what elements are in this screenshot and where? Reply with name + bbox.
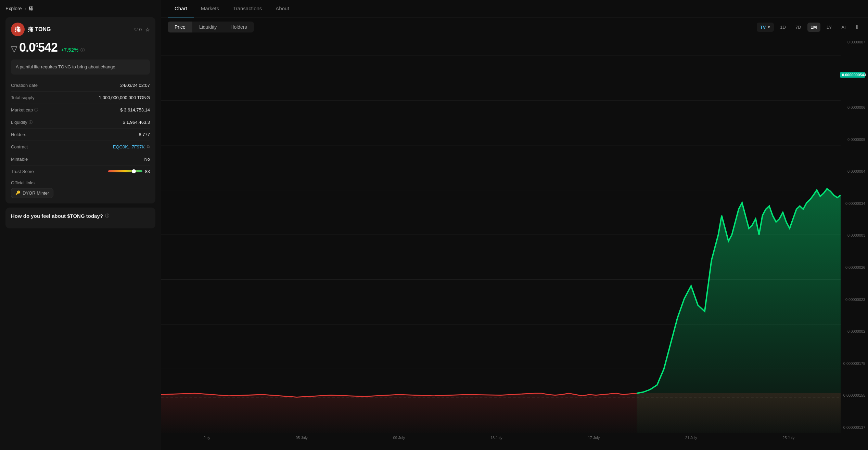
time-all[interactable]: All bbox=[838, 23, 850, 32]
x-label-july: July bbox=[204, 436, 210, 440]
token-stats: Creation date 24/03/24 02:07 Total suppl… bbox=[11, 79, 150, 177]
y-label-6: 0.0000006 bbox=[840, 105, 865, 109]
dyor-minter-label: DYOR Minter bbox=[23, 190, 49, 196]
total-supply-value: 1,000,000,000,000 TONG bbox=[99, 95, 150, 100]
right-panel: Chart Markets Transactions About Price L… bbox=[161, 0, 868, 450]
market-cap-label: Market cap ⓘ bbox=[11, 107, 38, 112]
trust-score-row: Trust Score 83 bbox=[11, 166, 150, 177]
y-label-34: 0.00000034 bbox=[840, 201, 865, 206]
market-cap-row: Market cap ⓘ $ 3,614,753.14 bbox=[11, 104, 150, 116]
official-links-title: Official links bbox=[11, 180, 150, 185]
price-row: ▽ 0.06542 +7.52% ⓘ bbox=[11, 40, 150, 55]
time-7d[interactable]: 7D bbox=[792, 23, 805, 32]
x-label-09july: 09 July bbox=[393, 436, 405, 440]
chart-type-buttons: Price Liquidity Holders bbox=[168, 22, 254, 32]
y-label-155: 0.000000155 bbox=[840, 393, 865, 397]
liquidity-row: Liquidity ⓘ $ 1,964,463.3 bbox=[11, 116, 150, 129]
chart-type-price[interactable]: Price bbox=[168, 22, 192, 32]
favorites-count: 0 bbox=[139, 27, 142, 32]
creation-date-row: Creation date 24/03/24 02:07 bbox=[11, 79, 150, 92]
chart-controls: Price Liquidity Holders TV ▼ 1D 7D 1M 1Y… bbox=[161, 17, 868, 37]
total-supply-label: Total supply bbox=[11, 95, 35, 100]
y-axis: 0.0000007 0.0000000543 0.0000006 0.00000… bbox=[837, 37, 868, 433]
time-1y[interactable]: 1Y bbox=[823, 23, 835, 32]
holders-label: Holders bbox=[11, 132, 26, 137]
official-links-section: Official links 🔑 DYOR Minter bbox=[11, 180, 150, 198]
token-name: 痛 TONG bbox=[28, 26, 51, 33]
mintable-value: No bbox=[144, 157, 150, 162]
token-actions: ♡ 0 ☆ bbox=[134, 26, 150, 33]
price-chart bbox=[161, 37, 841, 433]
trust-bar-thumb bbox=[132, 169, 136, 173]
trust-score-label: Trust Score bbox=[11, 169, 34, 174]
price-digits: 542 bbox=[38, 40, 58, 54]
creation-date-value: 24/03/24 02:07 bbox=[120, 83, 150, 88]
creation-date-label: Creation date bbox=[11, 83, 38, 88]
y-label-4: 0.0000004 bbox=[840, 169, 865, 173]
download-button[interactable]: ⬇ bbox=[853, 22, 861, 32]
token-description: A painful life requires TONG to bring ab… bbox=[11, 59, 150, 75]
y-label-2: 0.0000002 bbox=[840, 329, 865, 333]
tradingview-button[interactable]: TV ▼ bbox=[757, 23, 774, 32]
star-button[interactable]: ☆ bbox=[145, 26, 150, 33]
breadcrumb: Explore › 痛 bbox=[5, 5, 155, 12]
trust-score-bar: 83 bbox=[34, 169, 150, 174]
x-axis: July 05 July 09 July 13 July 17 July 21 … bbox=[161, 433, 837, 450]
market-cap-info-icon[interactable]: ⓘ bbox=[34, 107, 38, 112]
price-main: 0.06542 bbox=[19, 40, 58, 55]
breadcrumb-current: 痛 bbox=[29, 5, 34, 12]
left-panel: Explore › 痛 痛 痛 TONG ♡ 0 ☆ ▽ bbox=[0, 0, 161, 450]
sentiment-info-icon[interactable]: ⓘ bbox=[105, 213, 109, 219]
x-label-05july: 05 July bbox=[296, 436, 308, 440]
price-info-icon[interactable]: ⓘ bbox=[80, 47, 85, 53]
tab-nav: Chart Markets Transactions About bbox=[161, 0, 868, 17]
breadcrumb-arrow: › bbox=[24, 6, 26, 11]
x-label-13july: 13 July bbox=[490, 436, 502, 440]
chart-type-liquidity[interactable]: Liquidity bbox=[192, 22, 224, 32]
contract-label: Contract bbox=[11, 144, 28, 149]
chevron-down-icon: ▼ bbox=[767, 25, 770, 29]
trust-bar-track bbox=[108, 170, 142, 172]
liquidity-label: Liquidity ⓘ bbox=[11, 120, 33, 125]
y-label-7: 0.0000007 bbox=[840, 40, 865, 44]
chart-type-holders[interactable]: Holders bbox=[224, 22, 254, 32]
dyor-minter-link[interactable]: 🔑 DYOR Minter bbox=[11, 188, 53, 198]
contract-row: Contract EQC0K...7F97K ⧉ bbox=[11, 141, 150, 153]
chart-svg-wrapper bbox=[161, 37, 841, 433]
token-logo: 痛 bbox=[11, 23, 25, 36]
holders-row: Holders 8,777 bbox=[11, 129, 150, 141]
y-label-175: 0.000000175 bbox=[840, 361, 865, 366]
copy-icon[interactable]: ⧉ bbox=[147, 144, 150, 149]
price-superscript: 6 bbox=[35, 42, 38, 48]
liquidity-value: $ 1,964,463.3 bbox=[123, 120, 150, 125]
price-prefix: 0.0 bbox=[19, 40, 35, 54]
breadcrumb-explore[interactable]: Explore bbox=[5, 6, 22, 11]
tab-about[interactable]: About bbox=[269, 0, 296, 17]
tab-markets[interactable]: Markets bbox=[194, 0, 226, 17]
x-label-25july: 25 July bbox=[782, 436, 794, 440]
y-label-3: 0.0000003 bbox=[840, 233, 865, 237]
price-change: +7.52% bbox=[61, 47, 78, 53]
liquidity-info-icon[interactable]: ⓘ bbox=[29, 120, 33, 125]
favorite-button[interactable]: ♡ 0 bbox=[134, 27, 142, 32]
link-icon: 🔑 bbox=[15, 190, 21, 195]
y-label-26: 0.00000026 bbox=[840, 265, 865, 269]
sentiment-title: How do you feel about $TONG today? ⓘ bbox=[11, 213, 150, 219]
token-card: 痛 痛 TONG ♡ 0 ☆ ▽ 0.06542 +7.52% ⓘ A pain… bbox=[5, 17, 155, 203]
tab-transactions[interactable]: Transactions bbox=[226, 0, 269, 17]
total-supply-row: Total supply 1,000,000,000,000 TONG bbox=[11, 92, 150, 104]
tab-chart[interactable]: Chart bbox=[168, 0, 194, 17]
market-cap-value: $ 3,614,753.14 bbox=[120, 107, 150, 112]
contract-value[interactable]: EQC0K...7F97K ⧉ bbox=[113, 144, 150, 149]
price-symbol: ▽ bbox=[11, 44, 17, 54]
sentiment-section: How do you feel about $TONG today? ⓘ bbox=[5, 208, 155, 228]
time-1m[interactable]: 1M bbox=[807, 23, 820, 32]
time-1d[interactable]: 1D bbox=[777, 23, 789, 32]
token-identity: 痛 痛 TONG bbox=[11, 23, 51, 36]
mintable-label: Mintable bbox=[11, 157, 28, 162]
mintable-row: Mintable No bbox=[11, 153, 150, 166]
heart-icon: ♡ bbox=[134, 27, 138, 32]
y-label-current: 0.0000000543 bbox=[840, 72, 865, 78]
y-label-5: 0.0000005 bbox=[840, 137, 865, 142]
y-label-23: 0.00000023 bbox=[840, 297, 865, 302]
